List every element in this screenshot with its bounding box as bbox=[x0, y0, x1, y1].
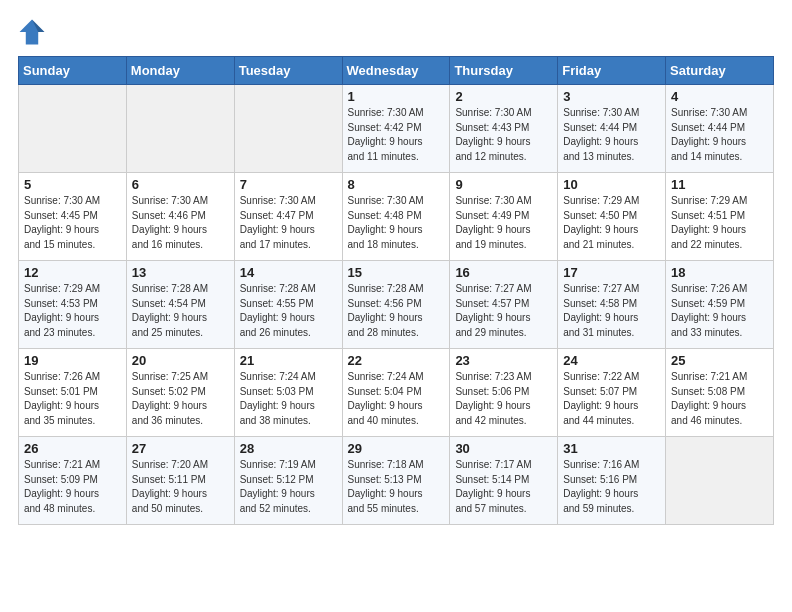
day-number: 16 bbox=[455, 265, 552, 280]
calendar-cell: 3Sunrise: 7:30 AM Sunset: 4:44 PM Daylig… bbox=[558, 85, 666, 173]
calendar-cell: 10Sunrise: 7:29 AM Sunset: 4:50 PM Dayli… bbox=[558, 173, 666, 261]
day-info: Sunrise: 7:24 AM Sunset: 5:04 PM Dayligh… bbox=[348, 370, 445, 428]
day-info: Sunrise: 7:29 AM Sunset: 4:53 PM Dayligh… bbox=[24, 282, 121, 340]
day-info: Sunrise: 7:29 AM Sunset: 4:51 PM Dayligh… bbox=[671, 194, 768, 252]
logo-icon bbox=[18, 18, 46, 46]
day-number: 22 bbox=[348, 353, 445, 368]
day-info: Sunrise: 7:27 AM Sunset: 4:58 PM Dayligh… bbox=[563, 282, 660, 340]
day-number: 17 bbox=[563, 265, 660, 280]
day-number: 4 bbox=[671, 89, 768, 104]
day-number: 23 bbox=[455, 353, 552, 368]
calendar-cell: 27Sunrise: 7:20 AM Sunset: 5:11 PM Dayli… bbox=[126, 437, 234, 525]
calendar-cell: 9Sunrise: 7:30 AM Sunset: 4:49 PM Daylig… bbox=[450, 173, 558, 261]
day-number: 29 bbox=[348, 441, 445, 456]
weekday-header-monday: Monday bbox=[126, 57, 234, 85]
day-number: 14 bbox=[240, 265, 337, 280]
calendar-cell: 12Sunrise: 7:29 AM Sunset: 4:53 PM Dayli… bbox=[19, 261, 127, 349]
day-info: Sunrise: 7:16 AM Sunset: 5:16 PM Dayligh… bbox=[563, 458, 660, 516]
calendar-cell: 25Sunrise: 7:21 AM Sunset: 5:08 PM Dayli… bbox=[666, 349, 774, 437]
day-info: Sunrise: 7:30 AM Sunset: 4:46 PM Dayligh… bbox=[132, 194, 229, 252]
calendar-cell: 21Sunrise: 7:24 AM Sunset: 5:03 PM Dayli… bbox=[234, 349, 342, 437]
day-number: 26 bbox=[24, 441, 121, 456]
day-number: 5 bbox=[24, 177, 121, 192]
week-row-2: 5Sunrise: 7:30 AM Sunset: 4:45 PM Daylig… bbox=[19, 173, 774, 261]
weekday-header-row: SundayMondayTuesdayWednesdayThursdayFrid… bbox=[19, 57, 774, 85]
day-number: 25 bbox=[671, 353, 768, 368]
day-number: 11 bbox=[671, 177, 768, 192]
calendar-cell: 22Sunrise: 7:24 AM Sunset: 5:04 PM Dayli… bbox=[342, 349, 450, 437]
weekday-header-sunday: Sunday bbox=[19, 57, 127, 85]
day-info: Sunrise: 7:30 AM Sunset: 4:44 PM Dayligh… bbox=[671, 106, 768, 164]
day-number: 18 bbox=[671, 265, 768, 280]
day-number: 20 bbox=[132, 353, 229, 368]
calendar-cell: 19Sunrise: 7:26 AM Sunset: 5:01 PM Dayli… bbox=[19, 349, 127, 437]
day-number: 13 bbox=[132, 265, 229, 280]
week-row-1: 1Sunrise: 7:30 AM Sunset: 4:42 PM Daylig… bbox=[19, 85, 774, 173]
day-info: Sunrise: 7:28 AM Sunset: 4:56 PM Dayligh… bbox=[348, 282, 445, 340]
day-info: Sunrise: 7:20 AM Sunset: 5:11 PM Dayligh… bbox=[132, 458, 229, 516]
day-info: Sunrise: 7:21 AM Sunset: 5:09 PM Dayligh… bbox=[24, 458, 121, 516]
day-number: 12 bbox=[24, 265, 121, 280]
day-info: Sunrise: 7:21 AM Sunset: 5:08 PM Dayligh… bbox=[671, 370, 768, 428]
calendar-cell bbox=[19, 85, 127, 173]
day-info: Sunrise: 7:18 AM Sunset: 5:13 PM Dayligh… bbox=[348, 458, 445, 516]
day-number: 31 bbox=[563, 441, 660, 456]
week-row-4: 19Sunrise: 7:26 AM Sunset: 5:01 PM Dayli… bbox=[19, 349, 774, 437]
header bbox=[18, 18, 774, 46]
day-info: Sunrise: 7:30 AM Sunset: 4:45 PM Dayligh… bbox=[24, 194, 121, 252]
day-info: Sunrise: 7:26 AM Sunset: 4:59 PM Dayligh… bbox=[671, 282, 768, 340]
day-info: Sunrise: 7:24 AM Sunset: 5:03 PM Dayligh… bbox=[240, 370, 337, 428]
weekday-header-thursday: Thursday bbox=[450, 57, 558, 85]
week-row-5: 26Sunrise: 7:21 AM Sunset: 5:09 PM Dayli… bbox=[19, 437, 774, 525]
day-info: Sunrise: 7:27 AM Sunset: 4:57 PM Dayligh… bbox=[455, 282, 552, 340]
day-number: 15 bbox=[348, 265, 445, 280]
logo bbox=[18, 18, 48, 46]
calendar-cell: 2Sunrise: 7:30 AM Sunset: 4:43 PM Daylig… bbox=[450, 85, 558, 173]
day-number: 8 bbox=[348, 177, 445, 192]
calendar-cell: 8Sunrise: 7:30 AM Sunset: 4:48 PM Daylig… bbox=[342, 173, 450, 261]
calendar-cell: 17Sunrise: 7:27 AM Sunset: 4:58 PM Dayli… bbox=[558, 261, 666, 349]
calendar-cell bbox=[126, 85, 234, 173]
day-info: Sunrise: 7:26 AM Sunset: 5:01 PM Dayligh… bbox=[24, 370, 121, 428]
calendar-cell: 23Sunrise: 7:23 AM Sunset: 5:06 PM Dayli… bbox=[450, 349, 558, 437]
week-row-3: 12Sunrise: 7:29 AM Sunset: 4:53 PM Dayli… bbox=[19, 261, 774, 349]
day-info: Sunrise: 7:30 AM Sunset: 4:47 PM Dayligh… bbox=[240, 194, 337, 252]
day-number: 19 bbox=[24, 353, 121, 368]
day-info: Sunrise: 7:22 AM Sunset: 5:07 PM Dayligh… bbox=[563, 370, 660, 428]
calendar-cell: 30Sunrise: 7:17 AM Sunset: 5:14 PM Dayli… bbox=[450, 437, 558, 525]
day-info: Sunrise: 7:17 AM Sunset: 5:14 PM Dayligh… bbox=[455, 458, 552, 516]
day-number: 30 bbox=[455, 441, 552, 456]
calendar-table: SundayMondayTuesdayWednesdayThursdayFrid… bbox=[18, 56, 774, 525]
day-number: 21 bbox=[240, 353, 337, 368]
calendar-cell: 24Sunrise: 7:22 AM Sunset: 5:07 PM Dayli… bbox=[558, 349, 666, 437]
calendar-cell: 31Sunrise: 7:16 AM Sunset: 5:16 PM Dayli… bbox=[558, 437, 666, 525]
day-info: Sunrise: 7:23 AM Sunset: 5:06 PM Dayligh… bbox=[455, 370, 552, 428]
day-number: 27 bbox=[132, 441, 229, 456]
day-number: 10 bbox=[563, 177, 660, 192]
calendar-cell: 18Sunrise: 7:26 AM Sunset: 4:59 PM Dayli… bbox=[666, 261, 774, 349]
page-container: SundayMondayTuesdayWednesdayThursdayFrid… bbox=[0, 0, 792, 535]
calendar-cell: 11Sunrise: 7:29 AM Sunset: 4:51 PM Dayli… bbox=[666, 173, 774, 261]
day-number: 3 bbox=[563, 89, 660, 104]
day-info: Sunrise: 7:30 AM Sunset: 4:44 PM Dayligh… bbox=[563, 106, 660, 164]
calendar-cell: 7Sunrise: 7:30 AM Sunset: 4:47 PM Daylig… bbox=[234, 173, 342, 261]
weekday-header-wednesday: Wednesday bbox=[342, 57, 450, 85]
day-info: Sunrise: 7:30 AM Sunset: 4:49 PM Dayligh… bbox=[455, 194, 552, 252]
day-info: Sunrise: 7:30 AM Sunset: 4:43 PM Dayligh… bbox=[455, 106, 552, 164]
calendar-cell: 26Sunrise: 7:21 AM Sunset: 5:09 PM Dayli… bbox=[19, 437, 127, 525]
calendar-cell: 28Sunrise: 7:19 AM Sunset: 5:12 PM Dayli… bbox=[234, 437, 342, 525]
day-info: Sunrise: 7:30 AM Sunset: 4:48 PM Dayligh… bbox=[348, 194, 445, 252]
day-number: 9 bbox=[455, 177, 552, 192]
day-number: 6 bbox=[132, 177, 229, 192]
day-info: Sunrise: 7:30 AM Sunset: 4:42 PM Dayligh… bbox=[348, 106, 445, 164]
day-number: 7 bbox=[240, 177, 337, 192]
day-info: Sunrise: 7:28 AM Sunset: 4:55 PM Dayligh… bbox=[240, 282, 337, 340]
calendar-cell: 15Sunrise: 7:28 AM Sunset: 4:56 PM Dayli… bbox=[342, 261, 450, 349]
weekday-header-friday: Friday bbox=[558, 57, 666, 85]
weekday-header-saturday: Saturday bbox=[666, 57, 774, 85]
day-number: 1 bbox=[348, 89, 445, 104]
weekday-header-tuesday: Tuesday bbox=[234, 57, 342, 85]
day-info: Sunrise: 7:28 AM Sunset: 4:54 PM Dayligh… bbox=[132, 282, 229, 340]
calendar-cell: 13Sunrise: 7:28 AM Sunset: 4:54 PM Dayli… bbox=[126, 261, 234, 349]
calendar-cell: 20Sunrise: 7:25 AM Sunset: 5:02 PM Dayli… bbox=[126, 349, 234, 437]
